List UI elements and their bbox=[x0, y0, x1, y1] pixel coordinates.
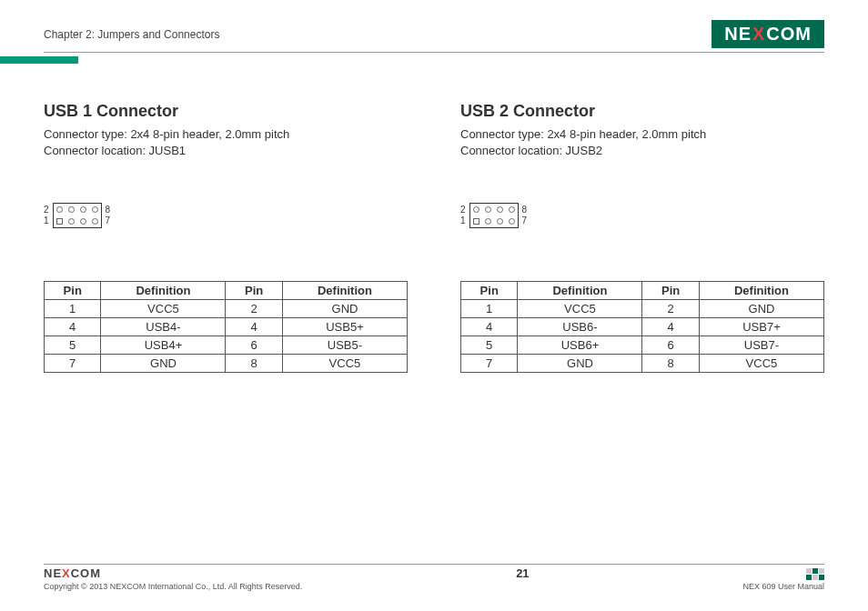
page-number: 21 bbox=[516, 566, 529, 580]
pin-label: 7 bbox=[522, 215, 528, 226]
brand-pre: NE bbox=[724, 24, 752, 45]
table-row: 4USB4-4USB5+ bbox=[45, 318, 408, 336]
footer-pattern-icon bbox=[806, 568, 824, 580]
content-columns: USB 1 Connector Connector type: 2x4 8-pi… bbox=[44, 102, 824, 373]
table-row: 4USB6-4USB7+ bbox=[461, 318, 824, 336]
pin-labels-left: 2 1 bbox=[44, 205, 49, 226]
col-header: Pin bbox=[642, 282, 699, 300]
footer-right: NEX 609 User Manual bbox=[742, 566, 824, 591]
table-header-row: Pin Definition Pin Definition bbox=[45, 282, 408, 300]
brand-x-icon: X bbox=[752, 24, 765, 45]
table-row: 1VCC52GND bbox=[45, 300, 408, 318]
section-title: USB 2 Connector bbox=[460, 102, 824, 121]
pin-header-icon bbox=[53, 203, 102, 228]
pin-header-icon bbox=[469, 203, 519, 228]
col-header: Definition bbox=[699, 282, 823, 300]
page-footer: NEXCOM Copyright © 2013 NEXCOM Internati… bbox=[44, 564, 824, 591]
connector-type: Connector type: 2x4 8-pin header, 2.0mm … bbox=[460, 126, 824, 143]
pin-labels-left: 2 1 bbox=[460, 205, 466, 226]
table-header-row: Pin Definition Pin Definition bbox=[461, 282, 824, 300]
footer-logo: NEXCOM bbox=[44, 566, 302, 580]
footer-left: NEXCOM Copyright © 2013 NEXCOM Internati… bbox=[44, 566, 302, 591]
pin-label: 2 bbox=[44, 205, 49, 215]
usb1-section: USB 1 Connector Connector type: 2x4 8-pi… bbox=[44, 102, 408, 373]
table-row: 7GND8VCC5 bbox=[461, 355, 824, 373]
pin-label: 1 bbox=[44, 215, 49, 226]
chapter-title: Chapter 2: Jumpers and Connectors bbox=[44, 28, 219, 41]
pin-diagram: 2 1 8 7 bbox=[44, 203, 408, 228]
connector-type: Connector type: 2x4 8-pin header, 2.0mm … bbox=[44, 126, 408, 143]
manual-name: NEX 609 User Manual bbox=[742, 582, 824, 591]
pin-labels-right: 8 7 bbox=[106, 205, 111, 226]
pin-label: 8 bbox=[106, 205, 111, 215]
section-title: USB 1 Connector bbox=[44, 102, 408, 121]
page-header: Chapter 2: Jumpers and Connectors NEXCOM bbox=[44, 20, 824, 53]
table-row: 1VCC52GND bbox=[461, 300, 824, 318]
pin-table: Pin Definition Pin Definition 1VCC52GND … bbox=[460, 281, 824, 373]
copyright-text: Copyright © 2013 NEXCOM International Co… bbox=[44, 582, 302, 591]
col-header: Pin bbox=[461, 282, 518, 300]
brand-post: COM bbox=[766, 24, 812, 45]
pin-labels-right: 8 7 bbox=[522, 205, 528, 226]
accent-bar bbox=[0, 56, 78, 64]
pin-label: 7 bbox=[106, 215, 111, 226]
col-header: Definition bbox=[101, 282, 226, 300]
col-header: Definition bbox=[518, 282, 642, 300]
pin-label: 1 bbox=[460, 215, 466, 226]
col-header: Pin bbox=[45, 282, 101, 300]
connector-location: Connector location: JUSB2 bbox=[460, 143, 824, 159]
pin-diagram: 2 1 8 7 bbox=[460, 203, 824, 228]
connector-location: Connector location: JUSB1 bbox=[44, 143, 408, 159]
table-row: 5USB6+6USB7- bbox=[461, 336, 824, 355]
col-header: Definition bbox=[282, 282, 407, 300]
table-row: 7GND8VCC5 bbox=[45, 355, 408, 373]
table-row: 5USB4+6USB5- bbox=[45, 336, 408, 355]
pin-label: 8 bbox=[522, 205, 528, 215]
brand-logo: NEXCOM bbox=[712, 20, 824, 48]
col-header: Pin bbox=[226, 282, 282, 300]
pin-table: Pin Definition Pin Definition 1VCC52GND … bbox=[44, 281, 408, 373]
pin-label: 2 bbox=[460, 205, 466, 215]
usb2-section: USB 2 Connector Connector type: 2x4 8-pi… bbox=[460, 102, 824, 373]
